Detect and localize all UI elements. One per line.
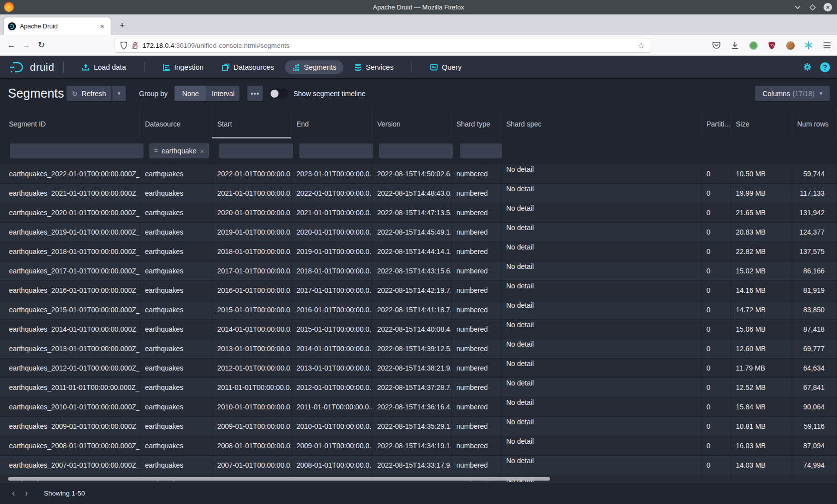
refresh-icon: ↻: [72, 90, 78, 98]
column-header-partiti[interactable]: Partiti...: [701, 109, 731, 139]
cell-end: 2023-01-01T00:00:00.0...: [291, 164, 372, 183]
table-row[interactable]: earthquakes_2015-01-01T00:00:00.000Z_2..…: [0, 300, 837, 320]
table-row[interactable]: earthquakes_2012-01-01T00:00:00.000Z_2..…: [0, 359, 837, 378]
lock-insecure-icon[interactable]: [132, 41, 139, 50]
cell-shard-type: numbered: [451, 359, 501, 378]
nav-item-query[interactable]: Query: [423, 60, 469, 74]
horizontal-scrollbar[interactable]: [8, 477, 550, 481]
back-icon[interactable]: ←: [4, 38, 19, 52]
columns-button[interactable]: Columns (17/18) ▾: [755, 86, 830, 101]
nav-item-segments[interactable]: Segments: [285, 60, 343, 74]
cookie-icon[interactable]: [785, 40, 795, 50]
cell-num-rows: 59,116: [792, 417, 837, 436]
cell-start: 2007-01-01T00:00:00.0...: [212, 456, 291, 475]
druid-logo[interactable]: druid: [9, 61, 54, 74]
reload-icon[interactable]: ↻: [34, 38, 49, 52]
column-header-shard-spec[interactable]: Shard spec: [501, 109, 701, 139]
window-maximize-icon[interactable]: [809, 3, 817, 11]
cell-size: 15.06 MB: [731, 320, 792, 339]
sort-indicator: [212, 137, 291, 138]
refresh-button[interactable]: ↻ Refresh: [66, 86, 112, 101]
column-header-start[interactable]: Start: [212, 109, 291, 139]
tab-close-icon[interactable]: ×: [98, 22, 107, 30]
filter-segment-id-input[interactable]: [10, 143, 143, 158]
extension-green-icon[interactable]: [748, 40, 758, 50]
filter-datasource-tag[interactable]: = earthquake ×: [149, 143, 209, 158]
table-row[interactable]: earthquakes_2016-01-01T00:00:00.000Z_2..…: [0, 281, 837, 300]
column-header-shard-type[interactable]: Shard type: [451, 109, 501, 139]
help-icon[interactable]: ?: [820, 62, 830, 72]
table-row[interactable]: earthquakes_2008-01-01T00:00:00.000Z_2..…: [0, 436, 837, 456]
window-minimize-icon[interactable]: [794, 3, 802, 11]
nav-item-ingestion[interactable]: Ingestion: [155, 60, 211, 74]
menu-hamburger-icon[interactable]: [822, 40, 832, 50]
cell-num-rows: 69,777: [792, 339, 837, 358]
table-row[interactable]: earthquakes_2020-01-01T00:00:00.000Z_2..…: [0, 203, 837, 223]
column-header-num-rows[interactable]: Num rows: [792, 109, 837, 139]
forward-icon[interactable]: →: [19, 38, 34, 52]
next-page-icon[interactable]: ›: [20, 487, 33, 500]
url-bar[interactable]: 172.18.0.4:30109/unified-console.html#se…: [115, 38, 650, 53]
cell-start: 2018-01-01T00:00:00.0...: [212, 242, 291, 261]
new-tab-button[interactable]: +: [116, 19, 129, 32]
cell-start: 2020-01-01T00:00:00.0...: [212, 203, 291, 222]
table-row[interactable]: earthquakes_2018-01-01T00:00:00.000Z_2..…: [0, 242, 837, 261]
settings-gear-icon[interactable]: [803, 62, 812, 72]
table-row[interactable]: earthquakes_2009-01-01T00:00:00.000Z_2..…: [0, 417, 837, 436]
cell-datasource: earthquakes: [140, 397, 212, 416]
previous-page-icon[interactable]: ‹: [7, 487, 20, 500]
table-row[interactable]: earthquakes_2017-01-01T00:00:00.000Z_2..…: [0, 261, 837, 281]
bookmark-star-icon[interactable]: ☆: [638, 41, 645, 50]
column-header-datasource[interactable]: Datasource: [140, 109, 212, 139]
cell-shard-spec: No detail: [501, 300, 701, 319]
nav-item-label: Segments: [304, 63, 336, 71]
table-row[interactable]: earthquakes_2013-01-01T00:00:00.000Z_2..…: [0, 339, 837, 359]
group-by-interval-button[interactable]: Interval: [207, 86, 240, 101]
nav-item-label: Services: [366, 63, 394, 71]
nav-item-load-data[interactable]: Load data: [75, 60, 133, 74]
refresh-dropdown-button[interactable]: ▾: [112, 86, 126, 101]
page-header: Segments ↻ Refresh ▾ Group by None Inter…: [0, 78, 837, 109]
more-options-button[interactable]: •••: [247, 86, 263, 101]
svg-text:UO: UO: [770, 43, 774, 46]
cell-version: 2022-08-15T14:48:43.0...: [372, 184, 451, 203]
segment-timeline-toggle[interactable]: [270, 89, 288, 99]
refresh-label: Refresh: [82, 90, 106, 98]
filter-start-input[interactable]: [219, 143, 293, 158]
table-row[interactable]: earthquakes_2011-01-01T00:00:00.000Z_2..…: [0, 378, 837, 397]
filter-end-input[interactable]: [299, 143, 373, 158]
table-row[interactable]: earthquakes_2019-01-01T00:00:00.000Z_2..…: [0, 223, 837, 242]
cell-shard-type: numbered: [451, 339, 501, 358]
browser-tab[interactable]: Apache Druid ×: [4, 17, 111, 35]
group-by-none-button[interactable]: None: [174, 86, 207, 101]
table-row[interactable]: earthquakes_2022-01-01T00:00:00.000Z_2..…: [0, 164, 837, 184]
cell-start: 2010-01-01T00:00:00.0...: [212, 397, 291, 416]
table-row[interactable]: earthquakes_2021-01-01T00:00:00.000Z_2..…: [0, 184, 837, 203]
downloads-icon[interactable]: [730, 40, 740, 50]
pocket-icon[interactable]: [711, 40, 721, 50]
shield-icon[interactable]: [120, 41, 128, 50]
table-row[interactable]: earthquakes_2010-01-01T00:00:00.000Z_2..…: [0, 397, 837, 417]
table-row[interactable]: earthquakes_2014-01-01T00:00:00.000Z_2..…: [0, 320, 837, 339]
column-header-version[interactable]: Version: [372, 109, 451, 139]
cell-end: 2018-01-01T00:00:00.0...: [291, 261, 372, 280]
ublock-shield-icon[interactable]: UO: [767, 40, 777, 50]
filter-shard-type-input[interactable]: [460, 143, 502, 158]
cell-id: earthquakes_2016-01-01T00:00:00.000Z_2..…: [0, 281, 140, 300]
filter-version-input[interactable]: [379, 143, 453, 158]
cell-shard-type: numbered: [451, 164, 501, 183]
nav-item-services[interactable]: Services: [347, 60, 401, 74]
cell-end: 2014-01-01T00:00:00.0...: [291, 339, 372, 358]
remove-filter-icon[interactable]: ×: [200, 147, 204, 155]
cell-partition: 0: [701, 261, 731, 280]
window-close-icon[interactable]: ×: [824, 3, 832, 11]
url-text[interactable]: 172.18.0.4:30109/unified-console.html#se…: [142, 42, 634, 49]
column-header-segment-id[interactable]: Segment ID: [0, 109, 140, 139]
column-header-size[interactable]: Size: [731, 109, 792, 139]
column-header-end[interactable]: End: [291, 109, 372, 139]
table-row[interactable]: earthquakes_2007-01-01T00:00:00.000Z_2..…: [0, 456, 837, 475]
cell-id: earthquakes_2020-01-01T00:00:00.000Z_2..…: [0, 203, 140, 222]
sparkle-extension-icon[interactable]: [804, 40, 814, 50]
nav-item-datasources[interactable]: Datasources: [215, 60, 281, 74]
cell-size: 11.79 MB: [731, 359, 792, 378]
